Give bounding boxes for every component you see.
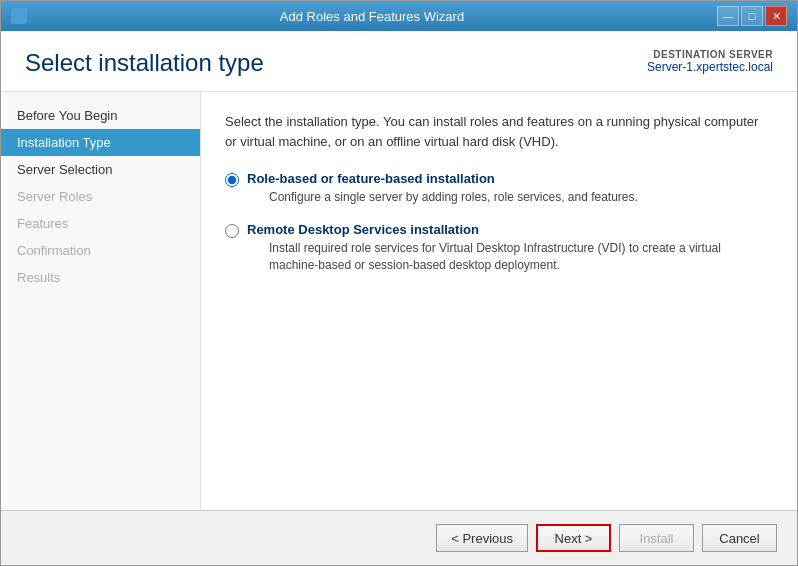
sidebar-item-results: Results (1, 264, 200, 291)
title-bar: Add Roles and Features Wizard — □ ✕ (1, 1, 797, 31)
footer: < Previous Next > Install Cancel (1, 510, 797, 565)
sidebar-item-confirmation: Confirmation (1, 237, 200, 264)
destination-info: DESTINATION SERVER Server-1.xpertstec.lo… (647, 49, 773, 74)
option-group: Role-based or feature-based installation… (225, 171, 773, 273)
header-section: Select installation type DESTINATION SER… (1, 31, 797, 92)
page-title: Select installation type (25, 49, 264, 77)
radio-role-based[interactable] (225, 173, 239, 187)
radio-remote-desktop[interactable] (225, 224, 239, 238)
content-area: Select installation type DESTINATION SER… (1, 31, 797, 565)
sidebar-item-server-selection[interactable]: Server Selection (1, 156, 200, 183)
close-button[interactable]: ✕ (765, 6, 787, 26)
previous-button[interactable]: < Previous (436, 524, 528, 552)
cancel-button[interactable]: Cancel (702, 524, 777, 552)
option-role-based-title: Role-based or feature-based installation (247, 171, 638, 186)
option-role-based: Role-based or feature-based installation… (225, 171, 773, 206)
maximize-button[interactable]: □ (741, 6, 763, 26)
option-remote-desktop-label[interactable]: Remote Desktop Services installation Ins… (225, 222, 773, 274)
sidebar-item-before-you-begin[interactable]: Before You Begin (1, 102, 200, 129)
option-remote-desktop: Remote Desktop Services installation Ins… (225, 222, 773, 274)
sidebar-item-server-roles: Server Roles (1, 183, 200, 210)
main-window: Add Roles and Features Wizard — □ ✕ Sele… (0, 0, 798, 566)
sidebar-item-installation-type[interactable]: Installation Type (1, 129, 200, 156)
destination-label: DESTINATION SERVER (647, 49, 773, 60)
sidebar-item-features: Features (1, 210, 200, 237)
destination-server: Server-1.xpertstec.local (647, 60, 773, 74)
option-role-based-description: Configure a single server by adding role… (269, 189, 638, 206)
minimize-button[interactable]: — (717, 6, 739, 26)
window-title: Add Roles and Features Wizard (27, 9, 717, 24)
option-remote-desktop-content: Remote Desktop Services installation Ins… (247, 222, 773, 274)
sidebar: Before You Begin Installation Type Serve… (1, 92, 201, 510)
option-role-based-content: Role-based or feature-based installation… (247, 171, 638, 206)
option-remote-desktop-title: Remote Desktop Services installation (247, 222, 773, 237)
main-section: Before You Begin Installation Type Serve… (1, 92, 797, 510)
next-button[interactable]: Next > (536, 524, 611, 552)
description-text: Select the installation type. You can in… (225, 112, 773, 151)
option-remote-desktop-description: Install required role services for Virtu… (269, 240, 773, 274)
option-role-based-label[interactable]: Role-based or feature-based installation… (225, 171, 773, 206)
main-content: Select the installation type. You can in… (201, 92, 797, 510)
app-icon (11, 8, 27, 24)
install-button: Install (619, 524, 694, 552)
window-controls: — □ ✕ (717, 6, 787, 26)
